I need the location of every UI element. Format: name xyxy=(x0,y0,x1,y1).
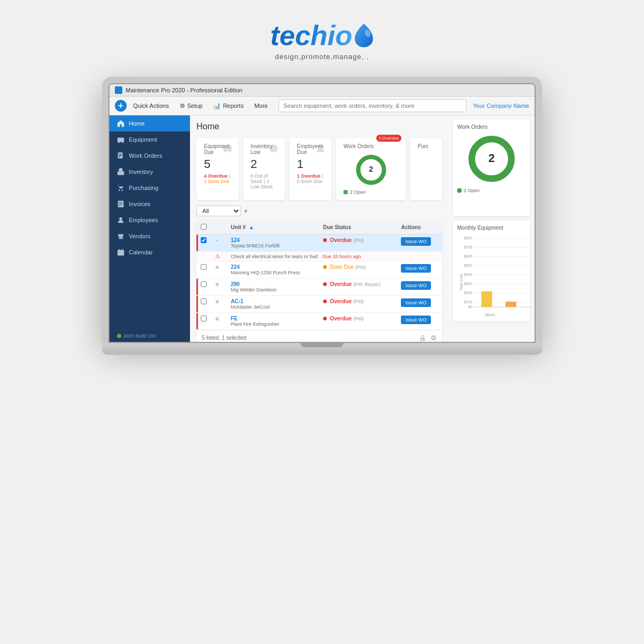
svg-text:$500: $500 xyxy=(464,264,472,267)
purchasing-partial-card: Purc xyxy=(410,138,442,200)
workorders-icon xyxy=(117,152,125,159)
more-button[interactable]: More xyxy=(250,101,272,111)
svg-point-15 xyxy=(119,217,122,220)
select-all-checkbox[interactable] xyxy=(201,224,207,230)
svg-point-10 xyxy=(121,189,123,191)
sidebar-item-calendar[interactable]: Calendar xyxy=(109,244,190,260)
svg-text:$0: $0 xyxy=(468,305,472,309)
table-row: ⊕ 224 Manning HIQ-1250 Punch Press Soon … xyxy=(196,261,442,279)
sidebar-label-invoices: Invoices xyxy=(129,201,150,207)
issue-wo-button[interactable]: Issue WO xyxy=(401,237,431,246)
sidebar-label-vendors: Vendors xyxy=(129,233,150,239)
inventory-card-icon xyxy=(269,143,279,153)
sidebar-item-inventory[interactable]: Inventory xyxy=(109,164,190,180)
quick-actions-button[interactable]: Quick Actions xyxy=(129,101,173,111)
laptop-base xyxy=(102,343,542,355)
warning-message: Check all electrical wires for tears or … xyxy=(231,254,318,259)
donut-container: 2 xyxy=(343,152,398,187)
issue-wo-button[interactable]: Issue WO xyxy=(401,281,431,290)
sidebar-item-purchasing[interactable]: Purchasing xyxy=(109,180,190,196)
laptop-frame: Maintenance Pro 2020 - Professional Edit… xyxy=(102,77,542,343)
row-checkbox[interactable] xyxy=(201,298,207,304)
calendar-icon xyxy=(117,248,125,256)
row-checkbox[interactable] xyxy=(201,237,207,243)
quick-actions-label: Quick Actions xyxy=(133,103,169,109)
row-checkbox[interactable] xyxy=(201,264,207,270)
expand-icon[interactable]: ⊕ xyxy=(215,265,219,270)
row5-status-cell: Overdue (PM) xyxy=(319,313,397,330)
quick-actions-plus-button[interactable]: + xyxy=(115,100,127,112)
legend-dot xyxy=(343,190,348,194)
warning-icon: ⚠ xyxy=(215,253,220,259)
table-row: ⊕ 290 Mig Welder Davidson Overdue xyxy=(196,279,442,296)
unit-col-header: Unit # ▲ xyxy=(226,221,319,235)
svg-text:$100: $100 xyxy=(464,300,472,304)
warning-text-cell: Check all electrical wires for tears or … xyxy=(226,252,442,261)
svg-point-23 xyxy=(224,150,226,152)
row-checkbox[interactable] xyxy=(201,316,207,321)
sidebar-label-purchasing: Purchasing xyxy=(129,185,158,191)
work-orders-overdue-tag: 1 Overdue xyxy=(376,135,401,142)
issue-wo-button[interactable]: Issue WO xyxy=(401,298,431,307)
row4-actions-cell: Issue WO xyxy=(397,296,442,313)
app-icon xyxy=(115,86,122,94)
filter-row: All Overdue Soon Due ▼ xyxy=(196,206,442,216)
equipment-icon xyxy=(117,136,125,143)
sidebar-label-inventory: Inventory xyxy=(129,169,153,175)
employees-separator: | xyxy=(322,173,323,179)
sidebar-item-employees[interactable]: Employees xyxy=(109,212,190,228)
sidebar-label-employees: Employees xyxy=(129,217,158,223)
inventory-low-number: 2 xyxy=(251,157,278,171)
equipment-separator: | xyxy=(229,173,230,179)
issue-wo-button[interactable]: Issue WO xyxy=(401,316,431,324)
reports-label: Reports xyxy=(223,103,244,109)
row5-unit-cell: FE Plant Fire Extinguisher xyxy=(226,313,319,330)
sidebar-item-vendors[interactable]: Vendors xyxy=(109,228,190,244)
settings-icon[interactable]: ⚙ xyxy=(430,334,437,342)
chart-icon: 📊 xyxy=(213,103,221,109)
row4-checkbox-cell xyxy=(196,296,211,313)
status-pm: (PM: Repair) xyxy=(353,282,380,287)
wo-legend: 2 Open xyxy=(457,188,526,193)
main-layout: Home Equipment Work Orders Inventory xyxy=(109,115,535,342)
sidebar-footer: 2020 Build 100 xyxy=(109,330,190,342)
setup-button[interactable]: ⚙ Setup xyxy=(175,101,207,111)
row2-checkbox-cell xyxy=(196,261,211,279)
search-input[interactable] xyxy=(279,99,466,112)
svg-point-2 xyxy=(118,141,120,143)
row4-unit-cell: AC-1 McMaster JetCool xyxy=(226,296,319,313)
row-checkbox[interactable] xyxy=(201,281,207,287)
sidebar-item-workorders[interactable]: Work Orders xyxy=(109,148,190,164)
row2-unit-cell: 224 Manning HIQ-1250 Punch Press xyxy=(226,261,319,279)
sidebar-item-equipment[interactable]: Equipment xyxy=(109,131,190,148)
expand-icon[interactable]: ⊕ xyxy=(215,316,219,321)
build-label: 2020 Build 100 xyxy=(123,333,156,339)
row5-expand-cell: ⊕ xyxy=(211,313,226,330)
warning-icon-cell: ⚠ xyxy=(211,252,226,261)
inventory-low-footer: 0 Out of Stock | 2 Low Stock xyxy=(251,173,278,189)
row2-actions-cell: Issue WO xyxy=(397,261,442,279)
employees-soon-text: 0 Soon Due xyxy=(297,179,323,184)
row3-actions-cell: Issue WO xyxy=(397,279,442,296)
filter-select[interactable]: All Overdue Soon Due xyxy=(196,206,241,216)
app-window: Maintenance Pro 2020 - Professional Edit… xyxy=(109,84,535,342)
sidebar-label-home: Home xyxy=(129,120,144,127)
expand-icon[interactable]: ⊕ xyxy=(215,282,219,287)
chevron-down-icon: ▼ xyxy=(243,208,248,214)
sidebar-item-home[interactable]: Home xyxy=(109,115,190,131)
row3-expand-cell: ⊕ xyxy=(211,279,226,296)
donut-number: 2 xyxy=(369,165,373,173)
actions-col-header: Actions xyxy=(397,221,442,235)
reports-button[interactable]: 📊 Reports xyxy=(209,101,248,111)
collapse-icon[interactable]: − xyxy=(215,237,218,244)
inventory-low-card: Inventory Low 2 0 Out of Stock | 2 Low S… xyxy=(243,138,286,200)
data-table: Unit # ▲ Due Status Actions xyxy=(196,221,442,330)
expand-icon[interactable]: ⊕ xyxy=(215,299,219,304)
issue-wo-button[interactable]: Issue WO xyxy=(401,264,431,273)
print-icon[interactable]: 🖨 xyxy=(419,334,426,342)
sidebar-item-invoices[interactable]: Invoices xyxy=(109,196,190,212)
unit-name: McMaster JetCool xyxy=(231,304,314,310)
row4-status-cell: Overdue (PM) xyxy=(319,296,397,313)
status-pm: (PM) xyxy=(353,238,364,243)
company-name: Your Company Name xyxy=(473,103,529,109)
